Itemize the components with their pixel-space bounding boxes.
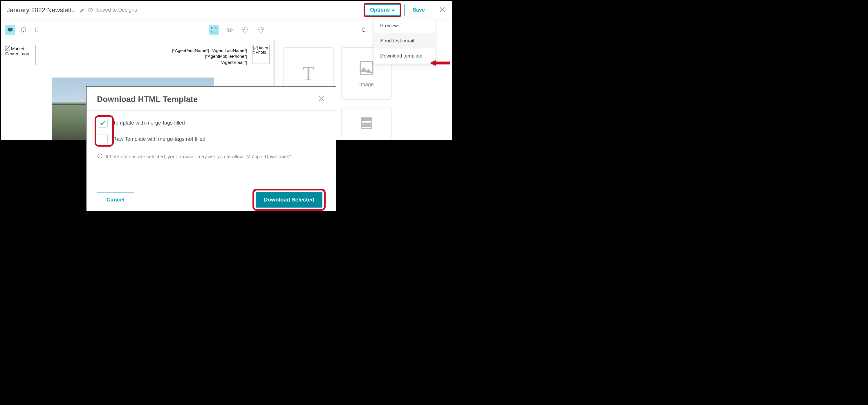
design-title: January 2022 Newslett...: [7, 6, 77, 14]
dropdown-item-preview[interactable]: Preview: [374, 18, 435, 33]
checkbox-group-highlight: Template with merge-tags filled Raw Temp…: [95, 115, 114, 147]
info-text: If both options are selected, your brows…: [105, 154, 291, 160]
text-icon: T: [302, 62, 315, 85]
saved-check-icon: [88, 7, 93, 13]
fullscreen-button[interactable]: [209, 25, 219, 35]
svg-rect-11: [363, 123, 371, 124]
svg-rect-12: [363, 125, 371, 126]
tablet-view-button[interactable]: [18, 25, 29, 35]
checkbox-label: Template with merge-tags filled: [113, 120, 185, 126]
checkbox-filled-template[interactable]: [98, 118, 108, 128]
redo-button[interactable]: [256, 25, 266, 35]
mobile-view-button[interactable]: [32, 25, 42, 35]
info-icon: [97, 153, 103, 160]
download-template-modal: Download HTML Template Template with mer…: [86, 86, 336, 211]
cancel-button[interactable]: Cancel: [97, 192, 134, 207]
modal-title: Download HTML Template: [97, 95, 198, 104]
checkbox-raw-template[interactable]: [98, 134, 108, 144]
undo-button[interactable]: [240, 25, 250, 35]
market-center-logo-placeholder[interactable]: Market Center Logo: [4, 45, 36, 65]
svg-rect-1: [8, 28, 13, 31]
annotation-arrow-icon: [430, 59, 450, 68]
svg-point-4: [23, 31, 24, 32]
dropdown-item-download-template[interactable]: Download template: [374, 49, 435, 64]
download-selected-button[interactable]: Download Selected: [256, 192, 322, 208]
options-button[interactable]: Options: [365, 4, 400, 16]
caret-up-icon: [392, 9, 395, 11]
saved-status: Saved to Designs: [96, 7, 137, 13]
svg-point-6: [37, 31, 37, 31]
svg-point-0: [89, 8, 93, 12]
checkbox-label: Raw Template with merge-tags not filled: [113, 136, 206, 142]
close-icon[interactable]: [317, 95, 326, 104]
download-button-highlight: Download Selected: [252, 189, 326, 211]
options-dropdown: Preview Send test email Download templat…: [374, 18, 435, 64]
agent-photo-placeholder[interactable]: Agent Photo: [252, 45, 270, 64]
preview-eye-button[interactable]: [224, 25, 235, 35]
layout-icon: [360, 116, 373, 130]
layout-block-button[interactable]: [341, 107, 392, 139]
svg-rect-2: [9, 31, 11, 32]
save-button[interactable]: Save: [404, 4, 433, 16]
desktop-view-button[interactable]: [5, 25, 16, 35]
dropdown-item-send-test[interactable]: Send test email: [374, 33, 435, 49]
pencil-icon[interactable]: [80, 7, 85, 13]
top-bar: January 2022 Newslett... Saved to Design…: [1, 1, 452, 20]
svg-point-7: [229, 29, 230, 31]
svg-marker-13: [430, 60, 450, 66]
agent-merge-tags[interactable]: |*AgentFirstName*| |*AgentLastName*| |*A…: [172, 48, 247, 65]
svg-rect-10: [361, 118, 372, 121]
close-icon[interactable]: [438, 6, 446, 15]
image-icon: [358, 59, 375, 76]
